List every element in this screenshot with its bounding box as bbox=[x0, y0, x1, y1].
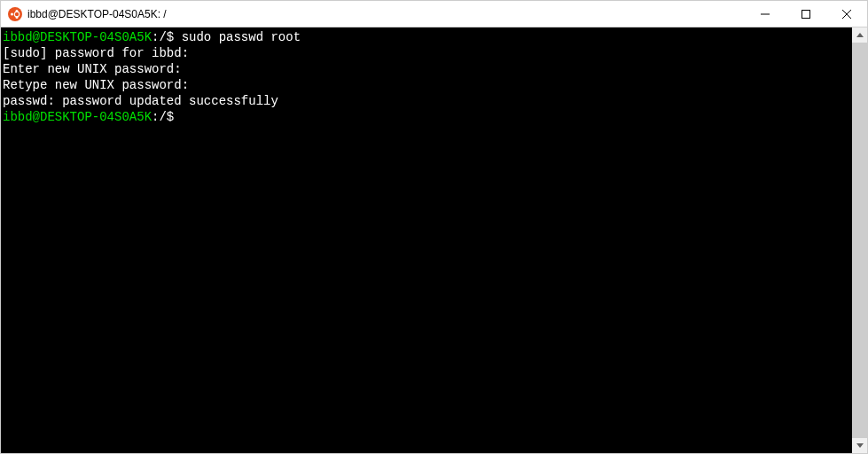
ubuntu-icon bbox=[8, 7, 22, 21]
scroll-up-arrow[interactable] bbox=[852, 27, 867, 43]
command-text: sudo passwd root bbox=[182, 30, 301, 44]
maximize-button[interactable] bbox=[786, 1, 826, 27]
terminal-output: [sudo] password for ibbd: bbox=[3, 46, 189, 60]
scroll-down-arrow[interactable] bbox=[852, 438, 867, 453]
terminal-container: ibbd@DESKTOP-04S0A5K:/$ sudo passwd root… bbox=[1, 27, 867, 453]
scroll-track[interactable] bbox=[852, 43, 867, 438]
terminal-output: Enter new UNIX password: bbox=[3, 62, 182, 76]
close-button[interactable] bbox=[826, 1, 867, 27]
prompt-path: :/$ bbox=[152, 30, 182, 44]
scroll-thumb[interactable] bbox=[852, 43, 867, 438]
window-titlebar: ibbd@DESKTOP-04S0A5K: / bbox=[1, 1, 867, 27]
window-title: ibbd@DESKTOP-04S0A5K: / bbox=[27, 8, 745, 20]
terminal-output: Retype new UNIX password: bbox=[3, 78, 189, 92]
svg-point-1 bbox=[11, 12, 13, 15]
window-controls bbox=[745, 1, 867, 27]
svg-point-0 bbox=[8, 7, 22, 21]
terminal-output: passwd: password updated successfully bbox=[3, 94, 278, 108]
minimize-button[interactable] bbox=[745, 1, 786, 27]
prompt-user-host: ibbd@DESKTOP-04S0A5K bbox=[3, 30, 152, 44]
vertical-scrollbar[interactable] bbox=[852, 27, 867, 453]
svg-rect-5 bbox=[802, 10, 810, 18]
prompt-path: :/$ bbox=[152, 110, 182, 124]
terminal[interactable]: ibbd@DESKTOP-04S0A5K:/$ sudo passwd root… bbox=[1, 27, 852, 453]
prompt-user-host: ibbd@DESKTOP-04S0A5K bbox=[3, 110, 152, 124]
